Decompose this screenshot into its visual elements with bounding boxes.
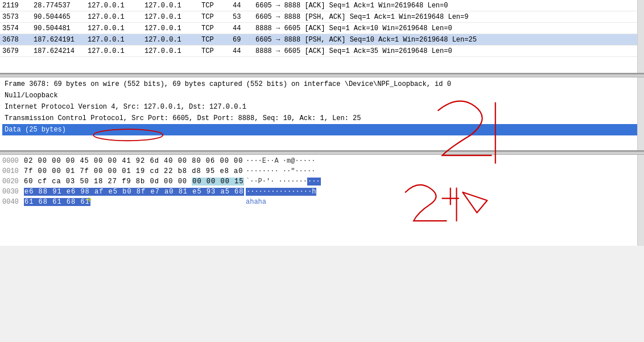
packet-len: 53	[233, 13, 255, 21]
hex-offset: 0020	[2, 176, 24, 187]
packet-proto: TCP	[201, 24, 233, 32]
packet-row[interactable]: 3574 90.504481 127.0.0.1 127.0.0.1 TCP 4…	[0, 23, 644, 34]
packet-proto: TCP	[201, 36, 233, 44]
hex-row[interactable]: 0030 e6 88 91 e6 98 af e5 b0 8f e7 a0 81…	[2, 187, 642, 197]
packet-list: 2119 28.774537 127.0.0.1 127.0.0.1 TCP 4…	[0, 0, 644, 57]
hex-offset: 0010	[2, 166, 24, 176]
cursor-marker: ✛	[86, 193, 92, 205]
packet-time: 187.624214	[34, 47, 88, 55]
packet-info: 6605 → 8888 [PSH, ACK] Seq=10 Ack=1 Win=…	[255, 36, 642, 44]
hex-ascii: `··P·'· ··········	[246, 176, 321, 187]
hex-offset: 0030	[2, 187, 24, 197]
packet-num: 3679	[2, 47, 34, 55]
packet-row[interactable]: 3679 187.624214 127.0.0.1 127.0.0.1 TCP …	[0, 46, 644, 57]
packet-len: 44	[233, 2, 255, 10]
packet-list-panel: 2119 28.774537 127.0.0.1 127.0.0.1 TCP 4…	[0, 0, 644, 74]
hex-ascii: ····E··A ·m@·····	[246, 156, 315, 166]
packet-row[interactable]: 3573 90.504465 127.0.0.1 127.0.0.1 TCP 5…	[0, 11, 644, 23]
packet-num: 3574	[2, 24, 34, 32]
packet-proto: TCP	[201, 47, 233, 55]
detail-row[interactable]: Null/Loopback	[2, 90, 642, 101]
packet-info: 6605 → 8888 [ACK] Seq=1 Ack=1 Win=261964…	[255, 2, 642, 10]
detail-list: Frame 3678: 69 bytes on wire (552 bits),…	[2, 79, 642, 135]
packet-num: 3573	[2, 13, 34, 21]
packet-info: 8888 → 6605 [ACK] Seq=1 Ack=35 Win=26196…	[255, 47, 642, 55]
packet-time: 90.504481	[34, 24, 88, 32]
packet-len: 69	[233, 36, 255, 44]
hex-bytes: 60 cf ca 03 50 18 27 f9 8b 0d 00 00 00 0…	[24, 176, 240, 187]
packet-src: 127.0.0.1	[88, 24, 145, 32]
hex-bytes: 7f 00 00 01 7f 00 00 01 19 cd 22 b8 d8 9…	[24, 166, 240, 176]
packet-dst: 127.0.0.1	[145, 36, 201, 44]
hex-dump: 0000 02 00 00 00 45 00 00 41 92 6d 40 00…	[2, 156, 642, 207]
hex-row[interactable]: 0000 02 00 00 00 45 00 00 41 92 6d 40 00…	[2, 156, 642, 166]
packet-time: 187.624191	[34, 36, 88, 44]
scrollbar-detail[interactable]	[637, 77, 644, 150]
packet-src: 127.0.0.1	[88, 2, 145, 10]
hex-bytes: 61 68 61 68 61	[24, 197, 240, 207]
hex-row[interactable]: 0040 61 68 61 68 61 ahaha	[2, 197, 642, 207]
packet-proto: TCP	[201, 2, 233, 10]
packet-dst: 127.0.0.1	[145, 13, 201, 21]
packet-info: 6605 → 8888 [PSH, ACK] Seq=1 Ack=1 Win=2…	[255, 13, 642, 21]
scrollbar[interactable]	[637, 0, 644, 73]
packet-num: 3678	[2, 36, 34, 44]
detail-row[interactable]: Transmission Control Protocol, Src Port:…	[2, 113, 642, 124]
hex-ascii: ················h	[246, 187, 316, 197]
hex-offset: 0040	[2, 197, 24, 207]
packet-src: 127.0.0.1	[88, 47, 145, 55]
packet-num: 2119	[2, 2, 34, 10]
hex-offset: 0000	[2, 156, 24, 166]
packet-len: 44	[233, 24, 255, 32]
hex-row[interactable]: 0020 60 cf ca 03 50 18 27 f9 8b 0d 00 00…	[2, 176, 642, 187]
packet-dst: 127.0.0.1	[145, 47, 201, 55]
packet-time: 28.774537	[34, 2, 88, 10]
hex-ascii: ahaha	[246, 197, 266, 207]
packet-proto: TCP	[201, 13, 233, 21]
hex-bytes: e6 88 91 e6 98 af e5 b0 8f e7 a0 81 e5 9…	[24, 187, 240, 197]
packet-src: 127.0.0.1	[88, 13, 145, 21]
hex-row[interactable]: 0010 7f 00 00 01 7f 00 00 01 19 cd 22 b8…	[2, 166, 642, 176]
detail-row[interactable]: Internet Protocol Version 4, Src: 127.0.…	[2, 101, 642, 113]
detail-row[interactable]: Data (25 bytes)	[2, 124, 642, 135]
hex-bytes: 02 00 00 00 45 00 00 41 92 6d 40 00 80 0…	[24, 156, 240, 166]
packet-dst: 127.0.0.1	[145, 24, 201, 32]
packet-src: 127.0.0.1	[88, 36, 145, 44]
hex-panel: 0000 02 00 00 00 45 00 00 41 92 6d 40 00…	[0, 155, 644, 246]
packet-row[interactable]: 3678 187.624191 127.0.0.1 127.0.0.1 TCP …	[0, 34, 644, 46]
packet-len: 44	[233, 47, 255, 55]
packet-dst: 127.0.0.1	[145, 2, 201, 10]
detail-panel: Frame 3678: 69 bytes on wire (552 bits),…	[0, 77, 644, 151]
detail-row[interactable]: Frame 3678: 69 bytes on wire (552 bits),…	[2, 79, 642, 90]
packet-time: 90.504465	[34, 13, 88, 21]
packet-row[interactable]: 2119 28.774537 127.0.0.1 127.0.0.1 TCP 4…	[0, 0, 644, 11]
packet-info: 8888 → 6605 [ACK] Seq=1 Ack=10 Win=26196…	[255, 24, 642, 32]
hex-ascii: ········ ··"·····	[246, 166, 315, 176]
scrollbar-hex[interactable]	[637, 155, 644, 246]
main-container: 2119 28.774537 127.0.0.1 127.0.0.1 TCP 4…	[0, 0, 644, 246]
